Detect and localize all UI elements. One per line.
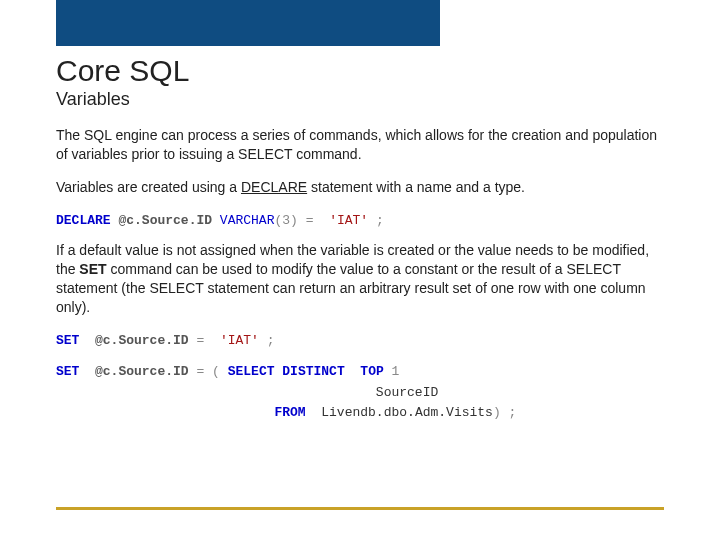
op-eq: = [196,364,204,379]
kw-select-distinct: SELECT DISTINCT [228,364,345,379]
string-literal: 'IAT' [329,213,368,228]
keyword-declare: DECLARE [241,179,307,195]
op-eq: = [306,213,314,228]
column-name: SourceID [376,385,438,400]
table-name: Livendb.dbo.Adm.Visits [321,405,493,420]
paragraph-declare: Variables are created using a DECLARE st… [56,178,664,197]
var-name: @c.Source.ID [95,364,189,379]
code-set-select: SET @c.Source.ID = ( SELECT DISTINCT TOP… [56,362,664,424]
slide: Core SQL Variables The SQL engine can pr… [0,0,720,540]
header-bar [56,0,440,46]
kw-declare: DECLARE [56,213,111,228]
title: Core SQL [56,54,664,87]
kw-set: SET [56,364,79,379]
text: command can be used to modify the value … [56,261,646,315]
kw-from: FROM [274,405,305,420]
text: Variables are created using a [56,179,241,195]
paren-open: ( [212,364,220,379]
paren-close: ) [493,405,501,420]
top-n: 1 [392,364,400,379]
paren-close: ) [290,213,298,228]
semi: ; [267,333,275,348]
content-area: Core SQL Variables The SQL engine can pr… [56,54,664,434]
kw-top: TOP [360,364,383,379]
type-varchar: VARCHAR [220,213,275,228]
var-name: @c.Source.ID [118,213,212,228]
var-name: @c.Source.ID [95,333,189,348]
paragraph-intro: The SQL engine can process a series of c… [56,126,664,164]
op-eq: = [196,333,204,348]
code-set-literal: SET @c.Source.ID = 'IAT' ; [56,331,664,352]
subtitle: Variables [56,89,664,110]
text: statement with a name and a type. [307,179,525,195]
string-literal: 'IAT' [220,333,259,348]
footer-rule [56,507,664,510]
semi: ; [376,213,384,228]
paragraph-set: If a default value is not assigned when … [56,241,664,317]
semi: ; [509,405,517,420]
code-declare: DECLARE @c.Source.ID VARCHAR(3) = 'IAT' … [56,211,664,232]
keyword-set: SET [79,261,106,277]
type-len: 3 [282,213,290,228]
kw-set: SET [56,333,79,348]
